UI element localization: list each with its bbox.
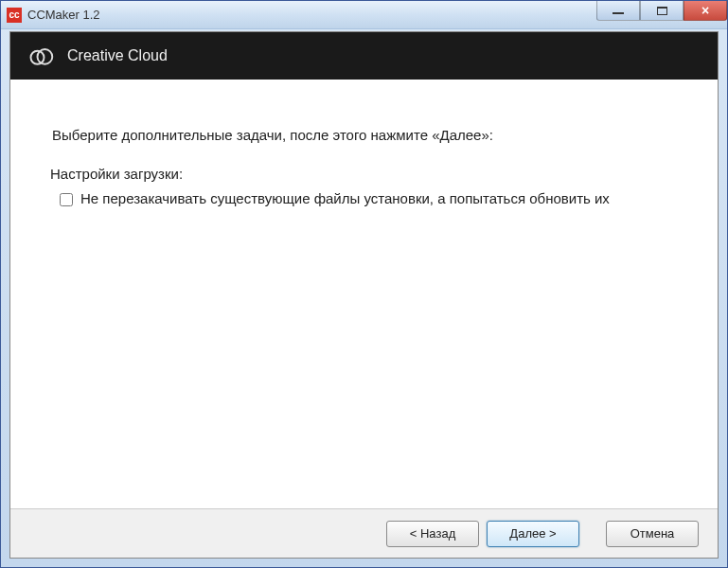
button-bar: < Назад Далее > Отмена bbox=[10, 508, 718, 558]
content-area: Выберите дополнительные задачи, после эт… bbox=[10, 80, 718, 508]
maximize-button[interactable] bbox=[640, 1, 684, 21]
checkbox-dont-redownload[interactable] bbox=[60, 193, 73, 206]
close-button[interactable]: × bbox=[684, 1, 727, 21]
app-icon: cc bbox=[7, 8, 22, 23]
window-title: CCMaker 1.2 bbox=[27, 8, 100, 22]
header-band: Creative Cloud bbox=[10, 32, 718, 80]
checkbox-row-dont-redownload[interactable]: Не перезакачивать существующие файлы уст… bbox=[60, 189, 676, 208]
creative-cloud-icon bbox=[27, 43, 54, 69]
section-heading: Настройки загрузки: bbox=[50, 166, 676, 182]
client-area: Creative Cloud Выберите дополнительные з… bbox=[9, 31, 719, 559]
titlebar[interactable]: cc CCMaker 1.2 × bbox=[1, 1, 727, 29]
header-title: Creative Cloud bbox=[67, 47, 168, 64]
back-button[interactable]: < Назад bbox=[386, 521, 479, 547]
installer-window: cc CCMaker 1.2 × Creative Cloud Выберите… bbox=[0, 0, 728, 568]
main-instruction: Выберите дополнительные задачи, после эт… bbox=[52, 127, 676, 143]
window-controls: × bbox=[596, 1, 727, 21]
minimize-button[interactable] bbox=[596, 1, 640, 21]
cancel-button[interactable]: Отмена bbox=[606, 521, 699, 547]
next-button[interactable]: Далее > bbox=[487, 521, 579, 547]
checkbox-label: Не перезакачивать существующие файлы уст… bbox=[80, 189, 610, 208]
